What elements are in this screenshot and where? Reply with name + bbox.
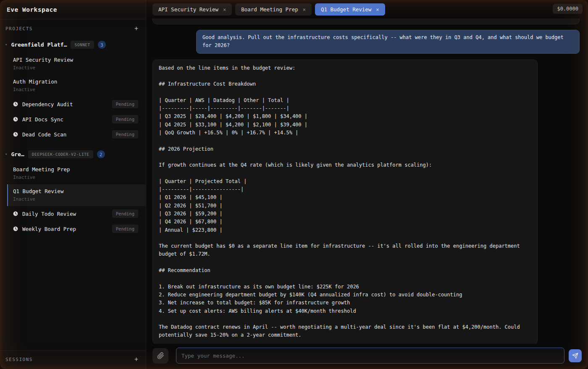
projects-label: PROJECTS xyxy=(5,26,33,31)
clipped-previous-message xyxy=(152,18,580,24)
model-badge: SONNET xyxy=(71,41,94,49)
close-icon[interactable]: × xyxy=(376,7,379,13)
project-header-greenfield-platform[interactable]: ▾ Greenfield Platf… SONNET 3 xyxy=(0,37,146,53)
chevron-down-icon[interactable]: ▾ xyxy=(5,43,7,47)
projects-header: PROJECTS + xyxy=(0,19,146,37)
chevron-down-icon[interactable]: ▾ xyxy=(5,152,7,156)
task-dead-code-scan[interactable]: Dead Code Scan Pending xyxy=(0,127,146,142)
tab-board-meeting-prep[interactable]: Board Meeting Prep × xyxy=(235,3,312,16)
app-window: Eve Workspace PROJECTS + ▾ Greenfield Pl… xyxy=(0,0,588,369)
project-name: Gre… xyxy=(11,151,24,157)
task-name: API Docs Sync xyxy=(22,116,108,123)
tab-q1-budget-review[interactable]: Q1 Budget Review × xyxy=(315,3,385,16)
close-icon[interactable]: × xyxy=(303,7,306,13)
attach-button[interactable] xyxy=(152,348,168,364)
session-name: Auth Migration xyxy=(13,79,139,85)
session-status: Inactive xyxy=(13,175,139,180)
task-name: Daily Todo Review xyxy=(22,211,108,217)
project-header-gre[interactable]: ▾ Gre… DEEPSEEK-CODER-V2-LITE 2 xyxy=(0,146,146,162)
session-count-badge: 2 xyxy=(97,150,105,158)
message-input[interactable] xyxy=(176,348,564,364)
pending-clock-icon xyxy=(13,102,18,107)
paperclip-icon xyxy=(157,352,164,359)
model-badge: DEEPSEEK-CODER-V2-LITE xyxy=(28,150,93,158)
tab-label: Q1 Budget Review xyxy=(321,6,371,13)
chat-scroll-area[interactable]: Good analysis. Pull out the infrastructu… xyxy=(146,18,588,344)
task-name: Dependency Audit xyxy=(22,101,108,107)
pending-clock-icon xyxy=(13,132,18,137)
tab-bar: API Security Review × Board Meeting Prep… xyxy=(146,0,588,18)
sessions-header: SESSIONS + xyxy=(0,351,146,369)
send-plane-icon xyxy=(572,353,578,359)
task-weekly-board-prep[interactable]: Weekly Board Prep Pending xyxy=(0,221,146,236)
pending-clock-icon xyxy=(13,211,18,216)
add-session-button[interactable]: + xyxy=(134,356,138,363)
composer xyxy=(146,344,588,369)
project-name: Greenfield Platf… xyxy=(11,42,67,48)
send-button[interactable] xyxy=(569,349,582,362)
assistant-message: Based on the line items in the budget re… xyxy=(152,60,538,344)
add-project-button[interactable]: + xyxy=(134,26,138,32)
pending-badge: Pending xyxy=(112,115,138,123)
session-status: Inactive xyxy=(13,87,139,92)
sidebar-scroll-area[interactable]: ▾ Greenfield Platf… SONNET 3 API Securit… xyxy=(0,37,146,351)
task-daily-todo-review[interactable]: Daily Todo Review Pending xyxy=(0,206,146,221)
pending-badge: Pending xyxy=(112,225,138,233)
sidebar-item-q1-budget-review[interactable]: Q1 Budget Review Inactive xyxy=(7,184,146,206)
user-message: Good analysis. Pull out the infrastructu… xyxy=(196,30,580,54)
pending-badge: Pending xyxy=(112,130,138,139)
tab-label: Board Meeting Prep xyxy=(241,6,298,13)
task-api-docs-sync[interactable]: API Docs Sync Pending xyxy=(0,112,146,127)
session-name: API Security Review xyxy=(13,57,139,63)
sidebar-item-board-meeting-prep[interactable]: Board Meeting Prep Inactive xyxy=(0,162,146,184)
pending-badge: Pending xyxy=(112,209,138,218)
session-status: Inactive xyxy=(13,196,139,202)
cost-badge: $0.0000 xyxy=(553,4,583,14)
tab-api-security-review[interactable]: API Security Review × xyxy=(152,3,232,16)
close-icon[interactable]: × xyxy=(223,7,226,13)
session-status: Inactive xyxy=(13,65,139,71)
task-name: Dead Code Scan xyxy=(22,131,108,138)
sidebar-item-api-security-review[interactable]: API Security Review Inactive xyxy=(0,53,146,75)
pending-clock-icon xyxy=(13,226,18,231)
task-dependency-audit[interactable]: Dependency Audit Pending xyxy=(0,97,146,112)
pending-badge: Pending xyxy=(112,100,138,108)
tabs: API Security Review × Board Meeting Prep… xyxy=(152,3,385,16)
session-count-badge: 3 xyxy=(98,41,106,49)
sidebar: Eve Workspace PROJECTS + ▾ Greenfield Pl… xyxy=(0,0,146,369)
task-name: Weekly Board Prep xyxy=(22,226,108,232)
workspace-title: Eve Workspace xyxy=(0,0,146,19)
sessions-label: SESSIONS xyxy=(5,357,33,362)
tab-label: API Security Review xyxy=(158,6,218,13)
session-name: Board Meeting Prep xyxy=(13,166,139,173)
pending-clock-icon xyxy=(13,117,18,122)
sidebar-item-auth-migration[interactable]: Auth Migration Inactive xyxy=(0,75,146,97)
session-name: Q1 Budget Review xyxy=(13,188,139,194)
main-area: API Security Review × Board Meeting Prep… xyxy=(146,0,588,369)
